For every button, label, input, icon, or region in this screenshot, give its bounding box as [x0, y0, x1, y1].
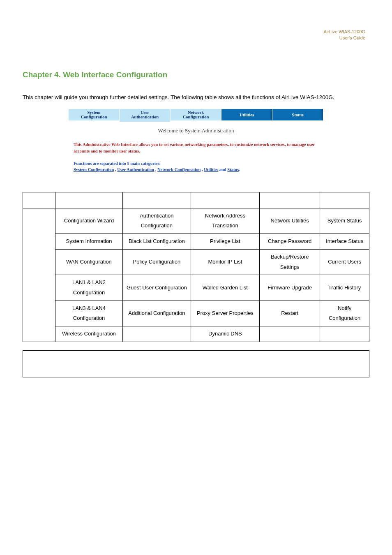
- tab-utilities: Utilities: [221, 109, 272, 120]
- welcome-blue-text: Functions are separated into 5 main cate…: [74, 160, 318, 173]
- table-cell: Wireless Configuration: [55, 326, 123, 342]
- table-cell: Monitor IP List: [191, 249, 259, 275]
- welcome-title: Welcome to System Administration: [74, 127, 318, 134]
- functions-table: OPTION System Configuration User Authent…: [23, 192, 369, 342]
- table-cell: [259, 326, 320, 342]
- option-label: OPTION: [23, 192, 55, 208]
- col-status: Status: [320, 192, 369, 208]
- table-cell: Additional Configuration: [122, 301, 191, 326]
- table-cell: Current Users: [320, 249, 369, 275]
- table-cell: WAN Configuration: [55, 249, 123, 275]
- tab-network-configuration: Network Configuration: [171, 109, 221, 120]
- table-cell: Network Address Translation: [191, 208, 259, 234]
- col-user-auth: User Authentication: [122, 192, 191, 208]
- table-cell: Interface Status: [320, 234, 369, 250]
- table-cell: Traffic History: [320, 275, 369, 301]
- col-network-config: Network Configuration: [191, 192, 259, 208]
- table-cell: Configuration Wizard: [55, 208, 123, 234]
- col-utilities: Utilities: [259, 192, 320, 208]
- table-cell: Backup/Restore Settings: [259, 249, 320, 275]
- table-cell: [122, 326, 191, 342]
- tab-bar: System Configuration User Authentication…: [69, 109, 323, 120]
- table-cell: LAN3 & LAN4 Configuration: [55, 301, 123, 326]
- table-cell: Guest User Configuration: [122, 275, 191, 301]
- tab-system-configuration: System Configuration: [69, 109, 120, 120]
- intro-paragraph: This chapter will guide you through furt…: [23, 92, 369, 103]
- table-cell: Network Utilities: [259, 208, 320, 234]
- admin-screenshot: System Configuration User Authentication…: [69, 109, 323, 176]
- col-system-config: System Configuration: [55, 192, 123, 208]
- table-cell: Privilege List: [191, 234, 259, 250]
- function-label: FUNCTION: [23, 208, 55, 342]
- table-cell: Proxy Server Properties: [191, 301, 259, 326]
- table-cell: Black List Configuration: [122, 234, 191, 250]
- table-cell: Firmware Upgrade: [259, 275, 320, 301]
- welcome-box: Welcome to System Administration This Ad…: [69, 122, 323, 176]
- table-cell: System Status: [320, 208, 369, 234]
- table-cell: Restart: [259, 301, 320, 326]
- product-name: AirLive WIAS-1200G: [324, 29, 365, 34]
- table-cell: System Information: [55, 234, 123, 250]
- welcome-red-text: This Administrative Web Interface allows…: [74, 141, 318, 155]
- table-cell: LAN1 & LAN2 Configuration: [55, 275, 123, 301]
- caution-box: Caution: After finishing the configurati…: [23, 350, 369, 377]
- chapter-title: Chapter 4. Web Interface Configuration: [23, 70, 369, 79]
- table-cell: Policy Configuration: [122, 249, 191, 275]
- tab-status: Status: [272, 109, 323, 120]
- table-cell: Notify Configuration: [320, 301, 369, 326]
- table-cell: [320, 326, 369, 342]
- table-cell: Walled Garden List: [191, 275, 259, 301]
- tab-user-authentication: User Authentication: [120, 109, 171, 120]
- table-cell: Authentication Configuration: [122, 208, 191, 234]
- doc-header: AirLive WIAS-1200G User's Guide: [23, 29, 369, 42]
- doc-type: User's Guide: [339, 35, 365, 40]
- table-cell: Change Password: [259, 234, 320, 250]
- table-cell: Dynamic DNS: [191, 326, 259, 342]
